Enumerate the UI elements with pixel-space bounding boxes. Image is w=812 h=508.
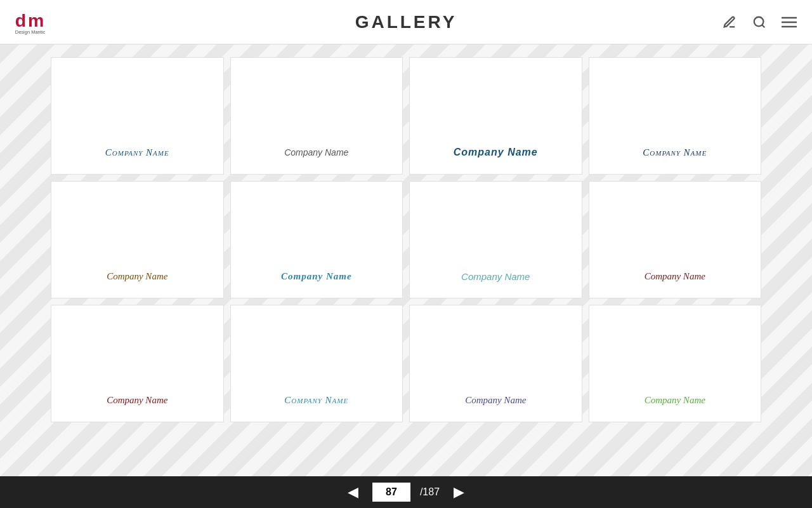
logo-name-12: Company Name: [645, 395, 705, 406]
logo-card-5[interactable]: Company Name: [51, 181, 224, 298]
logo-card-10[interactable]: Company Name: [230, 305, 403, 422]
menu-icon[interactable]: [779, 12, 799, 32]
logo-name-8: Company Name: [645, 271, 705, 282]
page-title: GALLERY: [355, 12, 457, 32]
logo-name-6: Company Name: [281, 271, 352, 282]
pencil-icon[interactable]: [719, 12, 740, 32]
search-icon[interactable]: [749, 12, 769, 32]
logo-card-7[interactable]: Company Name: [409, 181, 582, 298]
logo[interactable]: d m Design Mantic: [13, 4, 51, 39]
header-actions: [719, 12, 799, 32]
svg-text:m: m: [28, 10, 44, 30]
logo-name-9: Company Name: [107, 395, 167, 406]
next-page-button[interactable]: ▶: [449, 483, 468, 502]
logo-card-9[interactable]: Company Name: [51, 305, 224, 422]
logo-name-3: Company Name: [454, 147, 538, 158]
logo-name-4: Company Name: [643, 147, 707, 158]
svg-line-4: [762, 25, 764, 27]
logo-card-3[interactable]: Company Name: [409, 57, 582, 175]
svg-text:Design Mantic: Design Mantic: [15, 29, 46, 35]
svg-text:d: d: [15, 10, 26, 30]
logo-card-12[interactable]: Company Name: [589, 305, 762, 422]
logo-name-5: Company Name: [107, 271, 167, 282]
gallery-grid: Company Name Co: [0, 44, 812, 435]
logo-card-1[interactable]: Company Name: [51, 57, 224, 175]
footer: ◀ /187 ▶: [0, 476, 812, 508]
logo-card-11[interactable]: Company Name: [409, 305, 582, 422]
page-number-input[interactable]: [372, 483, 410, 502]
logo-card-2[interactable]: Company Name: [230, 57, 403, 175]
header: d m Design Mantic GALLERY: [0, 0, 812, 44]
svg-point-3: [754, 17, 764, 26]
logo-card-6[interactable]: Company Name: [230, 181, 403, 298]
logo-card-4[interactable]: Company Name: [589, 57, 762, 175]
logo-name-7: Company Name: [461, 271, 530, 282]
logo-name-2: Company Name: [284, 147, 348, 157]
logo-name-10: Company Name: [284, 395, 348, 406]
prev-page-button[interactable]: ◀: [344, 483, 363, 502]
total-pages: /187: [420, 486, 440, 498]
logo-name-1: Company Name: [105, 147, 169, 158]
logo-name-11: Company Name: [465, 395, 526, 406]
logo-card-8[interactable]: Company Name: [589, 181, 762, 298]
